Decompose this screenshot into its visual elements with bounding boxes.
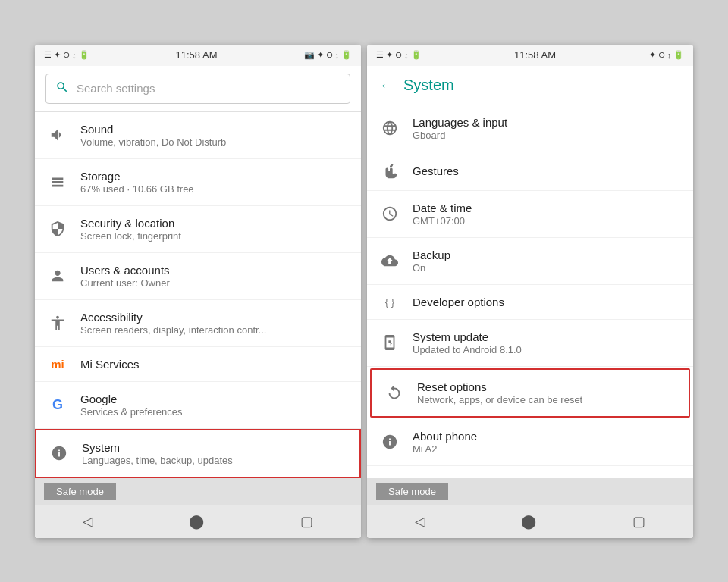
left-back-button[interactable]: ◁ — [77, 507, 99, 536]
right-status-icons-left: ☰ ✦ ⊖ ↕ 🔋 — [376, 50, 422, 60]
date-time-icon — [379, 205, 400, 222]
backup-subtitle: On — [413, 262, 450, 274]
right-bottom: Safe mode ◁ ⬤ ▢ — [367, 478, 693, 538]
accessibility-icon — [47, 314, 68, 331]
search-icon — [55, 80, 69, 97]
security-text: Security & location Screen lock, fingerp… — [80, 217, 181, 242]
accessibility-subtitle: Screen readers, display, interaction con… — [80, 324, 266, 336]
google-text: Google Services & preferences — [80, 393, 182, 418]
left-bottom: Safe mode ◁ ⬤ ▢ — [35, 478, 361, 538]
settings-item-storage[interactable]: Storage 67% used · 10.66 GB free — [35, 159, 361, 206]
storage-icon — [47, 174, 68, 190]
system-item-languages[interactable]: Languages & input Gboard — [367, 105, 693, 152]
left-safe-mode-badge: Safe mode — [44, 483, 116, 500]
system-item-gestures[interactable]: Gestures — [367, 152, 693, 191]
settings-item-accessibility[interactable]: Accessibility Screen readers, display, i… — [35, 300, 361, 347]
system-update-icon — [379, 334, 400, 351]
sound-icon — [47, 127, 68, 143]
security-subtitle: Screen lock, fingerprint — [80, 230, 181, 242]
system-subtitle: Languages, time, backup, updates — [82, 455, 233, 466]
system-update-subtitle: Updated to Android 8.1.0 — [413, 344, 522, 355]
right-time: 11:58 AM — [514, 49, 556, 61]
users-title: Users & accounts — [80, 264, 170, 277]
settings-item-security[interactable]: Security & location Screen lock, fingerp… — [35, 206, 361, 253]
settings-item-google[interactable]: G Google Services & preferences — [35, 382, 361, 429]
users-subtitle: Current user: Owner — [80, 277, 170, 289]
developer-text: Developer options — [413, 296, 504, 308]
right-back-button[interactable]: ◁ — [409, 507, 431, 536]
mi-services-title: Mi Services — [80, 358, 140, 371]
system-item-about[interactable]: About phone Mi A2 — [367, 419, 693, 466]
right-phone: ☰ ✦ ⊖ ↕ 🔋 11:58 AM ✦ ⊖ ↕ 🔋 ← System — [367, 45, 693, 538]
left-home-button[interactable]: ⬤ — [183, 507, 210, 536]
backup-text: Backup On — [413, 249, 450, 274]
date-time-title: Date & time — [413, 202, 472, 214]
system-info-icon — [49, 445, 70, 462]
storage-text: Storage 67% used · 10.66 GB free — [80, 170, 194, 195]
left-status-bar: ☰ ✦ ⊖ ↕ 🔋 11:58 AM 📷 ✦ ⊖ ↕ 🔋 — [35, 45, 361, 66]
left-status-icons-right: 📷 ✦ ⊖ ↕ 🔋 — [304, 50, 353, 60]
about-phone-icon — [379, 433, 400, 450]
mi-services-icon: mi — [47, 358, 68, 371]
google-title: Google — [80, 393, 182, 405]
settings-item-mi-services[interactable]: mi Mi Services — [35, 347, 361, 382]
system-item-developer[interactable]: { } Developer options — [367, 285, 693, 320]
settings-list: Sound Volume, vibration, Do Not Disturb … — [35, 112, 361, 478]
search-bar: Search settings — [35, 66, 361, 112]
sound-text: Sound Volume, vibration, Do Not Disturb — [80, 123, 226, 148]
gestures-title: Gestures — [413, 164, 459, 177]
users-icon — [47, 268, 68, 284]
sound-subtitle: Volume, vibration, Do Not Disturb — [80, 136, 226, 148]
right-nav-bar: ◁ ⬤ ▢ — [367, 505, 693, 538]
search-input[interactable]: Search settings — [77, 82, 155, 95]
left-phone: ☰ ✦ ⊖ ↕ 🔋 11:58 AM 📷 ✦ ⊖ ↕ 🔋 — [35, 45, 361, 538]
system-page-title: System — [403, 77, 454, 94]
backup-icon — [379, 252, 400, 269]
sound-title: Sound — [80, 123, 226, 136]
system-list: Languages & input Gboard Gestures — [367, 105, 693, 478]
system-item-date-time[interactable]: Date & time GMT+07:00 — [367, 191, 693, 238]
system-title: System — [82, 441, 233, 454]
right-status-icons-right: ✦ ⊖ ↕ 🔋 — [649, 50, 685, 60]
about-text: About phone Mi A2 — [413, 430, 477, 455]
storage-subtitle: 67% used · 10.66 GB free — [80, 183, 194, 195]
search-input-box[interactable]: Search settings — [46, 74, 350, 104]
system-item-reset[interactable]: Reset options Network, apps, or device c… — [370, 368, 690, 418]
gestures-text: Gestures — [413, 164, 459, 177]
reset-options-icon — [384, 384, 405, 401]
system-text: System Languages, time, backup, updates — [82, 441, 233, 466]
system-item-backup[interactable]: Backup On — [367, 238, 693, 285]
developer-title: Developer options — [413, 296, 504, 308]
security-title: Security & location — [80, 217, 181, 230]
about-title: About phone — [413, 430, 477, 443]
settings-item-system[interactable]: System Languages, time, backup, updates — [35, 429, 361, 478]
google-icon: G — [47, 397, 68, 413]
accessibility-text: Accessibility Screen readers, display, i… — [80, 311, 266, 336]
languages-title: Languages & input — [413, 116, 507, 129]
right-recents-button[interactable]: ▢ — [626, 507, 651, 536]
left-recents-button[interactable]: ▢ — [294, 507, 319, 536]
right-status-bar: ☰ ✦ ⊖ ↕ 🔋 11:58 AM ✦ ⊖ ↕ 🔋 — [367, 45, 693, 66]
mi-services-text: Mi Services — [80, 358, 140, 371]
back-button[interactable]: ← — [379, 77, 394, 94]
languages-text: Languages & input Gboard — [413, 116, 507, 141]
right-safe-mode-badge: Safe mode — [376, 483, 448, 500]
settings-item-sound[interactable]: Sound Volume, vibration, Do Not Disturb — [35, 112, 361, 159]
accessibility-title: Accessibility — [80, 311, 266, 324]
gestures-icon — [379, 163, 400, 180]
storage-title: Storage — [80, 170, 194, 183]
left-time: 11:58 AM — [176, 49, 218, 61]
about-subtitle: Mi A2 — [413, 443, 477, 455]
right-home-button[interactable]: ⬤ — [515, 507, 542, 536]
backup-title: Backup — [413, 249, 450, 261]
security-icon — [47, 221, 68, 237]
right-safe-mode-row: Safe mode — [367, 478, 693, 505]
reset-text: Reset options Network, apps, or device c… — [417, 380, 582, 405]
system-item-update[interactable]: System update Updated to Android 8.1.0 — [367, 320, 693, 367]
date-time-text: Date & time GMT+07:00 — [413, 202, 472, 227]
reset-subtitle: Network, apps, or device can be reset — [417, 394, 582, 405]
settings-item-users[interactable]: Users & accounts Current user: Owner — [35, 253, 361, 300]
developer-icon: { } — [379, 296, 400, 308]
reset-title: Reset options — [417, 380, 582, 393]
system-update-title: System update — [413, 330, 522, 343]
